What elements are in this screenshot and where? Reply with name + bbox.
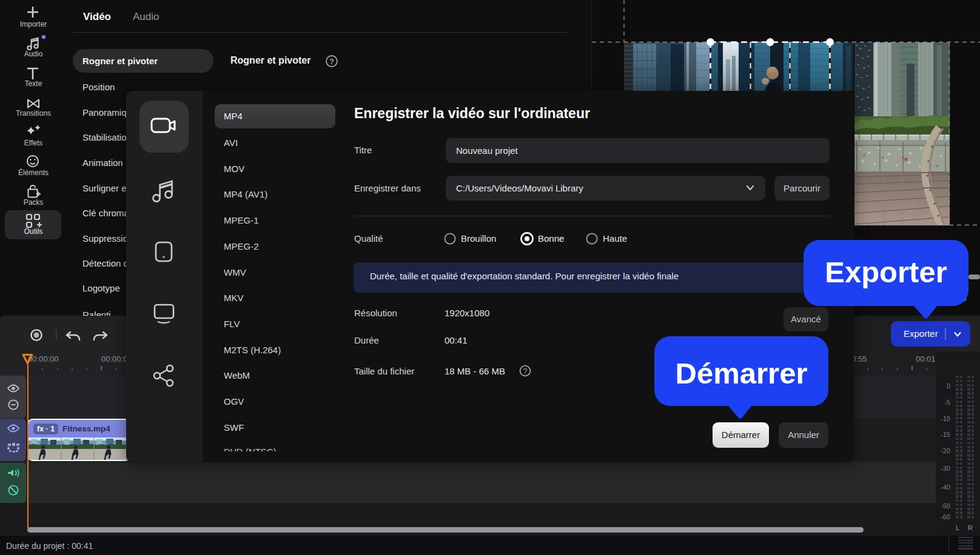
- svg-text:?: ?: [523, 367, 528, 376]
- svg-text:?: ?: [329, 58, 334, 66]
